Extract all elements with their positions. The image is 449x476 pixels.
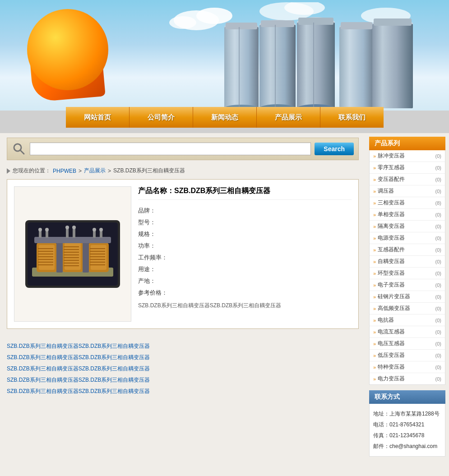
sidebar: 产品系列 » 脉冲变压器 (0) » 零序互感器 (0) » 变压器配件 (0)… — [366, 133, 449, 476]
contact-fax-row: 传真：021-12345678 — [373, 430, 441, 441]
sidebar-item-13[interactable]: » 高低频变压器 (0) — [370, 303, 445, 314]
related-section: SZB.DZB系列三相自耦变压器SZB.DZB系列三相自耦变压器 SZB.DZB… — [7, 338, 359, 403]
usage-label: 用途： — [138, 265, 174, 273]
power-row: 功率： — [138, 242, 352, 250]
arrow-icon-8: » — [373, 247, 376, 253]
sidebar-item-count-11: (0) — [435, 282, 441, 288]
arrow-icon-16: » — [373, 341, 376, 347]
breadcrumb-arrow-icon — [7, 168, 10, 174]
sidebar-item-name-16: 电压互感器 — [378, 340, 435, 347]
sidebar-item-10[interactable]: » 环型变压器 (0) — [370, 268, 445, 279]
contact-phone-value: 021-87654321 — [389, 421, 424, 428]
spec-label: 规格： — [138, 230, 174, 238]
sidebar-item-name-1: 零序互感器 — [378, 164, 435, 171]
svg-rect-19 — [226, 23, 257, 29]
sidebar-item-count-13: (0) — [435, 306, 441, 311]
breadcrumb-phpweb[interactable]: PHPWEB — [53, 168, 76, 174]
model-label: 型号： — [138, 218, 174, 226]
sidebar-item-name-9: 自耦变压器 — [378, 258, 435, 265]
sidebar-item-name-3: 调压器 — [378, 187, 435, 195]
sidebar-item-count-14: (0) — [435, 318, 441, 323]
sidebar-item-count-6: (0) — [435, 224, 441, 229]
related-item-3[interactable]: SZB.DZB系列三相自耦变压器SZB.DZB系列三相自耦变压器 — [7, 376, 359, 384]
breadcrumb-current: SZB.DZB系列三相自耦变压器 — [113, 167, 185, 175]
breadcrumb-products[interactable]: 产品展示 — [84, 167, 106, 175]
contact-phone-label: 电话： — [373, 421, 389, 428]
search-button[interactable]: Search — [315, 143, 354, 155]
svg-line-28 — [20, 150, 24, 154]
sidebar-item-18[interactable]: » 特种变压器 (0) — [370, 361, 445, 373]
sidebar-item-19[interactable]: » 电力变压器 (0) — [370, 373, 445, 384]
sidebar-item-name-6: 隔离变压器 — [378, 222, 435, 230]
nav-about[interactable]: 公司简介 — [130, 107, 193, 128]
arrow-icon-14: » — [373, 318, 376, 323]
sidebar-item-name-11: 电子变压器 — [378, 281, 435, 289]
search-input[interactable] — [30, 143, 311, 155]
related-item-4[interactable]: SZB.DZB系列三相自耦变压器SZB.DZB系列三相自耦变压器 — [7, 388, 359, 395]
sidebar-item-name-15: 电流互感器 — [378, 328, 435, 336]
sidebar-item-count-3: (0) — [435, 189, 441, 194]
sidebar-item-16[interactable]: » 电压互感器 (0) — [370, 338, 445, 350]
svg-rect-22 — [341, 22, 372, 29]
spec-row: 规格： — [138, 230, 352, 238]
arrow-icon-6: » — [373, 224, 376, 229]
sidebar-item-9[interactable]: » 自耦变压器 (0) — [370, 256, 445, 268]
contact-address-value: 上海市某某路1288号 — [389, 411, 440, 417]
sidebar-item-1[interactable]: » 零序互感器 (0) — [370, 162, 445, 174]
sidebar-item-0[interactable]: » 脉冲变压器 (0) — [370, 150, 445, 162]
sidebar-item-3[interactable]: » 调压器 (0) — [370, 185, 445, 197]
sidebar-item-2[interactable]: » 变压器配件 (0) — [370, 174, 445, 185]
sidebar-item-11[interactable]: » 电子变压器 (0) — [370, 279, 445, 291]
arrow-icon-13: » — [373, 306, 376, 311]
sidebar-item-name-17: 低压变压器 — [378, 351, 435, 359]
sidebar-item-5[interactable]: » 单相变压器 (0) — [370, 209, 445, 221]
related-item-0[interactable]: SZB.DZB系列三相自耦变压器SZB.DZB系列三相自耦变压器 — [7, 342, 359, 350]
sidebar-item-8[interactable]: » 互感器配件 (0) — [370, 244, 445, 256]
contact-address-label: 地址： — [373, 411, 389, 417]
nav-contact[interactable]: 联系我们 — [320, 107, 384, 128]
sidebar-item-6[interactable]: » 隔离变压器 (0) — [370, 221, 445, 232]
usage-row: 用途： — [138, 265, 352, 273]
svg-rect-60 — [56, 238, 63, 273]
svg-point-71 — [65, 226, 69, 229]
header-illustration — [156, 0, 449, 111]
sidebar-item-17[interactable]: » 低压变压器 (0) — [370, 350, 445, 361]
search-bar: Search — [7, 138, 359, 160]
related-item-2[interactable]: SZB.DZB系列三相自耦变压器SZB.DZB系列三相自耦变压器 — [7, 365, 359, 373]
arrow-icon-10: » — [373, 271, 376, 276]
sidebar-item-count-10: (0) — [435, 271, 441, 276]
contact-section-title: 联系方式 — [369, 390, 445, 404]
svg-rect-63 — [39, 231, 42, 238]
sidebar-item-4[interactable]: » 三相变压器 (8) — [370, 197, 445, 209]
navigation: 网站首页 公司简介 新闻动态 产品展示 联系我们 — [0, 106, 449, 129]
product-title: 产品名称：SZB.DZB系列三相自耦变压器 — [138, 186, 352, 200]
contact-fax-label: 传真： — [373, 432, 389, 439]
arrow-icon-19: » — [373, 376, 376, 382]
sidebar-products-title: 产品系列 — [369, 137, 445, 150]
sidebar-item-name-4: 三相变压器 — [378, 199, 435, 207]
arrow-icon-11: » — [373, 282, 376, 288]
svg-rect-21 — [298, 18, 333, 25]
svg-rect-67 — [93, 231, 96, 238]
sidebar-item-14[interactable]: » 电抗器 (0) — [370, 314, 445, 326]
svg-rect-65 — [66, 228, 69, 238]
nav-home[interactable]: 网站首页 — [66, 107, 130, 128]
sidebar-item-12[interactable]: » 硅钢片变压器 (0) — [370, 291, 445, 303]
nav-products[interactable]: 产品展示 — [257, 107, 320, 128]
sidebar-item-15[interactable]: » 电流互感器 (0) — [370, 326, 445, 338]
svg-point-70 — [45, 228, 49, 231]
price-row: 参考价格： — [138, 289, 352, 297]
svg-rect-10 — [259, 25, 296, 108]
contact-email-label: 邮件： — [373, 443, 389, 449]
sidebar-item-count-8: (0) — [435, 247, 441, 253]
logo-ball — [27, 9, 108, 90]
arrow-icon-7: » — [373, 236, 376, 241]
tanks-svg — [160, 2, 449, 111]
sidebar-item-7[interactable]: » 电源变压器 (0) — [370, 232, 445, 244]
nav-news[interactable]: 新闻动态 — [193, 107, 257, 128]
related-item-1[interactable]: SZB.DZB系列三相自耦变压器SZB.DZB系列三相自耦变压器 — [7, 354, 359, 361]
power-label: 功率： — [138, 242, 174, 250]
brand-row: 品牌： — [138, 207, 352, 215]
svg-rect-61 — [83, 238, 89, 273]
sidebar-item-count-12: (0) — [435, 294, 441, 300]
